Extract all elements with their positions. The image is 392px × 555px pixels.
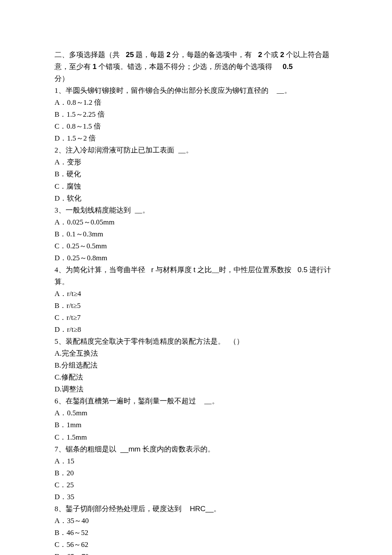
question-5-prompt: 5、装配精度完全取决于零件制造精度的装配方法是。（） [55, 336, 337, 348]
q2-option-d: D．软化 [55, 193, 337, 204]
q4-text-c: 之比__时，中性层位置系数按 [197, 266, 291, 274]
q4-option-b: B．r/t≥5 [55, 300, 337, 312]
q7-option-c: C．25 [55, 479, 337, 491]
section-text-1: 二、多项选择题（共 [55, 51, 120, 59]
q2-option-a: A．变形 [55, 156, 337, 168]
q8-option-a: A．35～40 [55, 515, 337, 527]
section-min-correct-2: 2 [280, 51, 284, 59]
question-7: 7、锯条的粗细是以__mm 长度内的齿数表示的。 A．15 B．20 C．25 … [55, 443, 337, 503]
q8-hrc: HRC__ [190, 505, 214, 513]
question-1-prompt: 1、半圆头铆钉铆接时，留作铆合头的伸出部分长度应为铆钉直径的__。 [55, 85, 337, 97]
q6-option-c: C．1.5mm [55, 431, 337, 443]
q8-text-a: 8、錾子切削部分经热处理后，硬度达到 [55, 505, 182, 513]
question-4: 4、为简化计算，当弯曲半径 r 与材料厚度 t 之比__时，中性层位置系数按 0… [55, 264, 337, 336]
section-header: 二、多项选择题（共 25 题，每题 2 分，每题的备选项中，有 2 个或 2 个… [55, 49, 337, 85]
question-1: 1、半圆头铆钉铆接时，留作铆合头的伸出部分长度应为铆钉直径的__。 A．0.8～… [55, 85, 337, 144]
question-6: 6、在錾削直槽第一遍时，錾削量一般不超过__。 A．0.5mm B．1mm C．… [55, 395, 337, 443]
question-3: 3、一般划线精度能达到__。 A．0.025～0.05mm B．0.1～0.3m… [55, 204, 337, 264]
q8-option-b: B．46～52 [55, 527, 337, 539]
q1-blank: __。 [277, 86, 291, 95]
q2-blank: __。 [179, 146, 193, 154]
q5-option-d: D.调整法 [55, 383, 337, 395]
q5-paren: （） [229, 337, 244, 345]
section-wrong: 1 [92, 63, 96, 71]
section-text-3: 分，每题的备选项中，有 [172, 51, 252, 59]
q7-option-b: B．20 [55, 467, 337, 479]
q2-text-a: 2、注入冷却润滑液可防止已加工表面 [55, 146, 174, 154]
q3-option-c: C．0.25～0.5mm [55, 240, 337, 252]
q1-option-a: A．0.8～1.2 倍 [55, 97, 337, 109]
question-3-prompt: 3、一般划线精度能达到__。 [55, 204, 337, 216]
q1-option-d: D．1.5～2 倍 [55, 132, 337, 144]
q8-option-d: D．65～70 [55, 551, 337, 555]
q7-option-a: A．15 [55, 455, 337, 467]
question-8-prompt: 8、錾子切削部分经热处理后，硬度达到HRC__。 [55, 503, 337, 515]
q4-r: r [151, 266, 154, 274]
q1-option-c: C．0.8～1.5 倍 [55, 121, 337, 132]
q4-text-b: 与材料厚度 [156, 266, 192, 274]
q3-option-b: B．0.1～0.3mm [55, 228, 337, 240]
section-points: 2 [167, 51, 170, 59]
q3-blank: __。 [135, 206, 150, 214]
q7-option-d: D．35 [55, 491, 337, 503]
section-min-correct: 2 [258, 51, 262, 59]
q7-text-c: 长度内的齿数表示的。 [142, 445, 215, 453]
q4-text-a: 4、为简化计算，当弯曲半径 [55, 266, 145, 274]
question-2-prompt: 2、注入冷却润滑液可防止已加工表面__。 [55, 144, 337, 156]
q4-t: t [193, 266, 196, 274]
q3-option-a: A．0.025～0.05mm [55, 216, 337, 228]
question-6-prompt: 6、在錾削直槽第一遍时，錾削量一般不超过__。 [55, 395, 337, 407]
page: 二、多项选择题（共 25 题，每题 2 分，每题的备选项中，有 2 个或 2 个… [0, 0, 392, 555]
q3-option-d: D．0.25～0.8mm [55, 252, 337, 264]
q4-option-d: D．r/t≥8 [55, 324, 337, 336]
q5-option-b: B.分组选配法 [55, 359, 337, 371]
q6-blank: __。 [205, 397, 219, 405]
q6-option-a: A．0.5mm [55, 407, 337, 419]
question-7-prompt: 7、锯条的粗细是以__mm 长度内的齿数表示的。 [55, 443, 337, 455]
q6-option-b: B．1mm [55, 419, 337, 431]
q4-option-a: A．r/t≥4 [55, 288, 337, 300]
q8-option-c: C．56～62 [55, 539, 337, 551]
section-text-6: 个错项。错选，本题不得分；少选，所选的每个选项得 [98, 63, 272, 71]
q8-text-c: 。 [213, 505, 221, 513]
section-count: 25 [126, 51, 134, 59]
q2-option-c: C．腐蚀 [55, 181, 337, 193]
question-4-prompt: 4、为简化计算，当弯曲半径 r 与材料厚度 t 之比__时，中性层位置系数按 0… [55, 264, 337, 288]
q5-option-c: C.修配法 [55, 371, 337, 383]
q4-option-c: C．r/t≥7 [55, 312, 337, 324]
question-8: 8、錾子切削部分经热处理后，硬度达到HRC__。 A．35～40 B．46～52… [55, 503, 337, 555]
q6-text-a: 6、在錾削直槽第一遍时，錾削量一般不超过 [55, 397, 196, 405]
q7-mm: __mm [121, 445, 141, 453]
q2-option-b: B．硬化 [55, 168, 337, 180]
q5-option-a: A.完全互换法 [55, 348, 337, 359]
q7-text-a: 7、锯条的粗细是以 [55, 445, 116, 453]
section-text-2: 题，每题 [135, 51, 164, 59]
q1-text-a: 1、半圆头铆钉铆接时，留作铆合头的伸出部分长度应为铆钉直径的 [55, 86, 268, 95]
q5-text-a: 5、装配精度完全取决于零件制造精度的装配方法是。 [55, 337, 225, 345]
q1-option-b: B．1.5～2.25 倍 [55, 109, 337, 121]
question-2: 2、注入冷却润滑液可防止已加工表面__。 A．变形 B．硬化 C．腐蚀 D．软化 [55, 144, 337, 204]
section-text-7: 分） [55, 75, 69, 83]
q3-text-a: 3、一般划线精度能达到 [55, 206, 131, 214]
section-partial: 0.5 [282, 63, 293, 71]
section-text-4: 个或 [264, 51, 278, 59]
q4-05: 0.5 [297, 266, 308, 274]
question-5: 5、装配精度完全取决于零件制造精度的装配方法是。（） A.完全互换法 B.分组选… [55, 336, 337, 395]
